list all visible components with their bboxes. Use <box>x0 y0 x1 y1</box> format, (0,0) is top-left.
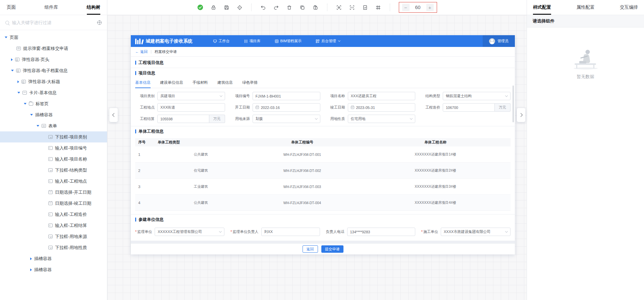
redo-icon[interactable] <box>273 5 279 10</box>
inspector-tabs: 样式配置属性配置交互编排 <box>527 0 644 15</box>
nav-item-icon-2 <box>275 39 279 43</box>
tree-collapse-icon[interactable] <box>30 114 33 116</box>
input-field[interactable]: XXX还建房工程 <box>348 92 416 100</box>
tree-node[interactable]: 插槽容器 <box>0 109 107 120</box>
lock-icon[interactable] <box>211 5 216 10</box>
input-field[interactable]: 刘XX <box>261 228 320 236</box>
source-code-icon[interactable] <box>349 5 355 10</box>
tree-expand-icon[interactable] <box>17 80 19 83</box>
tree-node[interactable]: 日期选择-开工日期 <box>0 187 107 198</box>
form-tab-0[interactable]: 基本信息 <box>135 80 151 88</box>
tree-node[interactable]: 输入框-工程造价 <box>0 209 107 220</box>
tree-collapse-icon[interactable] <box>17 92 20 94</box>
tree-node[interactable]: 表单 <box>0 120 107 131</box>
tree-collapse-icon[interactable] <box>37 125 39 127</box>
sidebar-tab-2[interactable]: 结构树 <box>87 0 101 15</box>
date-field[interactable]: 2022-03-16 <box>253 103 320 112</box>
tree-collapse-icon[interactable] <box>5 37 7 38</box>
select-field[interactable]: XXXXXX工程管理有限公司 <box>155 228 224 236</box>
submit-apply-button[interactable]: 提交申请 <box>321 245 343 253</box>
collapse-right-panel-button[interactable] <box>517 108 525 122</box>
table-row[interactable]: 4公共建筑WH-FZLHJFXM-DT-004XXXXXXX还建房项目4#楼 <box>135 195 511 211</box>
form-tab-4[interactable]: 绿色举措 <box>242 80 258 88</box>
select-field[interactable]: 房建项目 <box>157 92 225 100</box>
tree-node[interactable]: 输入框-工程结算 <box>0 220 107 231</box>
input-field[interactable]: 105598 <box>157 115 209 123</box>
return-button[interactable]: 返回 <box>303 245 318 253</box>
table-row[interactable]: 3工业建筑WH-FZLHJFXM-DT-003XXXXXXX还建房项目3#楼 <box>135 179 511 195</box>
app-nav-item-1[interactable]: 项目库 <box>244 39 261 44</box>
tree-collapse-icon[interactable] <box>24 103 26 105</box>
paste-icon[interactable] <box>313 5 318 10</box>
app-nav-item-3[interactable]: 后台管理 <box>316 39 340 44</box>
user-menu[interactable]: 管理员 <box>483 35 515 47</box>
form-field: 项目编号FJXM-1-BH001 <box>230 92 320 100</box>
app-nav-item-0[interactable]: 工作台 <box>213 39 230 44</box>
form-tab-1[interactable]: 建设单位信息 <box>160 80 183 88</box>
sidebar-tab-0[interactable]: 页面 <box>7 0 16 15</box>
tree-node[interactable]: 下拉框-结构类型 <box>0 165 107 176</box>
form-tab-3[interactable]: 建筑信息 <box>217 80 233 88</box>
target-icon[interactable] <box>237 5 243 10</box>
form-tab-2[interactable]: 手续材料 <box>193 80 208 88</box>
input-field[interactable]: 106700 <box>443 103 495 112</box>
preview-icon[interactable] <box>336 5 342 10</box>
select-field[interactable]: 划拨 <box>253 115 320 123</box>
select-field[interactable]: 住宅用地 <box>348 115 416 123</box>
inspector-tab-2[interactable]: 交互编排 <box>620 0 638 15</box>
locate-component-icon[interactable] <box>97 20 102 25</box>
tree-node[interactable]: 输入框-工程地点 <box>0 176 107 187</box>
table-cell: WH-FZLHJFXM-DT-004 <box>244 201 360 205</box>
tree-node[interactable]: 弹性容器-电子档案信息 <box>0 65 107 76</box>
delete-icon[interactable] <box>286 5 292 10</box>
tree-node[interactable]: 提示弹窗-档案移交申请 <box>0 43 107 54</box>
input-icon <box>48 224 53 227</box>
tree-node[interactable]: 输入框-项目名称 <box>0 154 107 165</box>
app-nav-item-2[interactable]: BIM管档展示 <box>275 39 302 44</box>
tree-node[interactable]: 下拉框-用地来源 <box>0 231 107 242</box>
input-field[interactable]: 134****9283 <box>347 228 415 236</box>
save-icon[interactable] <box>224 5 229 10</box>
tree-expand-icon[interactable] <box>30 268 32 271</box>
tree-node[interactable]: 插槽容器 <box>0 253 107 264</box>
inspector-tab-0[interactable]: 样式配置 <box>533 0 551 15</box>
tree-collapse-icon[interactable] <box>11 70 14 71</box>
input-field[interactable]: XXX街道 <box>157 103 225 112</box>
input-field[interactable]: FJXM-1-BH001 <box>253 92 320 100</box>
zoom-in-button[interactable]: + <box>426 4 434 11</box>
collapse-left-panel-button[interactable] <box>109 108 118 122</box>
required-marker: * <box>230 230 232 234</box>
tree-node[interactable]: 输入框-项目编号 <box>0 142 107 154</box>
inspector-tab-1[interactable]: 属性配置 <box>577 0 595 15</box>
tree-node[interactable]: 插槽容器 <box>0 264 107 275</box>
table-row[interactable]: 2住宅建筑WH-FZLHJFXM-DT-002XXXXXXX还建房项目2#楼 <box>135 163 511 179</box>
page-check-icon[interactable] <box>362 5 368 10</box>
frame-grid-icon[interactable] <box>375 5 381 10</box>
back-link[interactable]: ←返回 <box>135 49 148 54</box>
table-row[interactable]: 1公共建筑WH-FZLHJFXM-DT-001XXXXXXX还建房项目1#楼 <box>135 146 511 163</box>
tree-node[interactable]: 弹性容器-大标题 <box>0 76 107 87</box>
tree-node[interactable]: 下拉框-项目类别 <box>0 131 107 142</box>
date-field[interactable]: 2023-05-31 <box>348 103 416 112</box>
copy-icon[interactable] <box>300 5 305 10</box>
tree-node[interactable]: 标签页 <box>0 98 107 109</box>
table-header-row: 序号单体工程类型单体工程编号单体工程名称 <box>135 138 511 146</box>
tree-expand-icon[interactable] <box>30 257 32 260</box>
select-field[interactable]: 钢筋混凝土结构 <box>443 92 511 100</box>
validate-success-icon[interactable] <box>197 4 203 10</box>
search-input[interactable] <box>12 20 95 25</box>
tree-node[interactable]: 页面 <box>0 32 107 43</box>
tree-expand-icon[interactable] <box>11 58 13 61</box>
zoom-out-button[interactable]: − <box>402 4 410 11</box>
nav-item-icon-1 <box>244 39 248 43</box>
toolbar-divider <box>251 4 252 11</box>
select-field[interactable]: XXXX市政建设集团有限公司 <box>441 228 511 236</box>
tree-node[interactable]: 下拉框-用地性质 <box>0 242 107 253</box>
tree-node[interactable]: 弹性容器-页头 <box>0 54 107 65</box>
page-scrollbar[interactable] <box>513 85 514 122</box>
tree-node[interactable]: 卡片-基本信息 <box>0 87 107 98</box>
undo-icon[interactable] <box>260 5 266 10</box>
sidebar-tab-1[interactable]: 组件库 <box>45 0 58 15</box>
tree-node[interactable]: 日期选择-竣工日期 <box>0 198 107 209</box>
form-field: *监理单位负责人刘XX <box>230 228 320 236</box>
